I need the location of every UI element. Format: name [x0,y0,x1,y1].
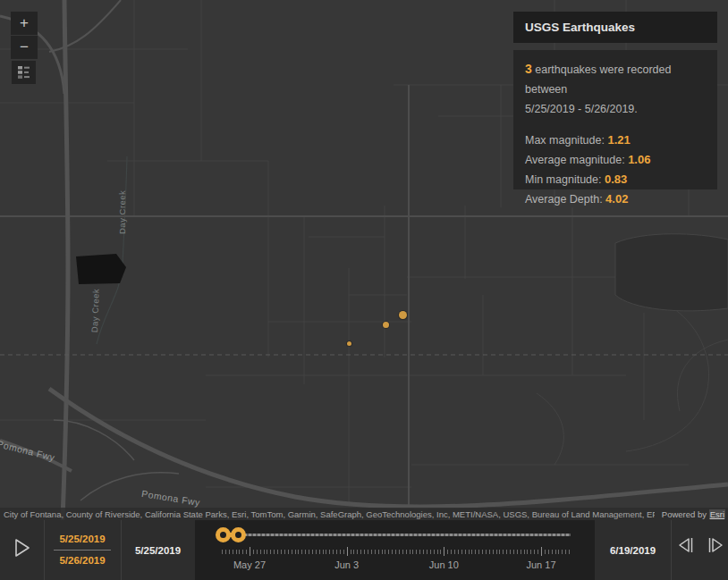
slider-tick [489,550,490,554]
slider-tick [323,550,324,554]
slider-tick [419,550,420,554]
slider-tick [301,550,302,554]
slider-tick [388,550,389,554]
slider-tick [253,550,254,554]
previous-step-button[interactable] [675,534,698,558]
slider-tick [353,550,354,554]
map-label-day-creek: Day Creek [89,289,101,333]
slider-tick [340,550,341,554]
map-label-day-creek: Day Creek [117,190,127,234]
slider-tick [284,550,285,554]
next-step-button[interactable] [703,534,726,558]
slider-tick [475,550,476,554]
slider-track[interactable] [222,534,571,536]
earthquake-dot[interactable] [383,322,389,328]
summary-line-2: 5/25/2019 - 5/26/2019. [525,99,706,119]
slider-tick [257,550,258,554]
max-date-label: 6/19/2019 [595,520,671,580]
slider-tick [545,550,546,554]
slider-tick [427,550,427,554]
slider-tick [385,550,385,554]
slider-tick [506,550,507,554]
slider-tick [524,550,525,554]
slider-tick [309,550,309,554]
stat-row: Max magnitude: 1.21 [525,130,706,150]
range-end-date[interactable]: 5/26/2019 [59,554,105,567]
selected-range: 5/25/2019 5/26/2019 [44,520,121,580]
earthquake-dot[interactable] [347,341,351,346]
slider-tick [548,550,549,554]
slider-tick [552,550,553,554]
tick-label: Jun 17 [526,559,555,570]
slider-tick [493,550,494,554]
slider-tick [496,550,497,554]
slider-tick [236,550,237,554]
slider-tick [239,550,240,554]
panel-header: USGS Earthquakes [513,12,717,43]
slider-panel: May 27Jun 3Jun 10Jun 17 [195,520,595,580]
slider-tick [333,550,334,554]
earthquake-dot[interactable] [399,311,407,319]
slider-tick [527,550,528,554]
slider-tick [510,550,511,554]
slider-tick [326,550,326,554]
slider-tick [562,550,563,554]
zoom-out-button[interactable]: − [11,36,38,59]
slider-tick [351,550,351,554]
slider-tick [347,547,348,556]
slider-tick [478,550,479,554]
slider-tick [399,550,400,554]
play-icon [13,537,32,559]
legend-button[interactable] [12,61,36,84]
slider-tick [451,550,452,554]
play-button[interactable] [9,536,36,561]
slider-tick [378,550,379,554]
slider-tick [454,550,455,554]
esri-link[interactable]: Esri [709,509,725,519]
attribution-text: City of Fontana, County of Riverside, Ca… [0,509,655,519]
slider-tick [569,550,570,554]
slider-tick [233,550,233,554]
stat-row: Average magnitude: 1.06 [525,150,706,170]
slider-tick [246,550,247,554]
range-start-date[interactable]: 5/25/2019 [59,533,105,546]
slider-tick [312,550,313,554]
slider-tick [357,550,358,554]
slider-tick [534,550,535,554]
slider-tick [538,550,538,554]
legend-icon [17,65,30,80]
step-back-icon [676,535,698,555]
slider-tick [486,550,487,554]
slider-tick [521,550,521,554]
slider-tick [465,550,466,554]
step-forward-icon [704,535,725,555]
slider-tick [541,547,542,556]
slider-tick [343,550,344,554]
stat-value: 1.21 [607,133,630,147]
panel-body: 3 earthquakes were recorded between 5/25… [513,50,717,189]
slider-tick [277,550,278,554]
zoom-widget: + − [11,12,38,59]
slider-tick [499,550,500,554]
slider-tick [458,550,459,554]
slider-tick [406,550,407,554]
slider-tick [412,550,413,554]
slider-tick [555,550,556,554]
slider-thumb-start[interactable] [216,527,231,542]
slider-thumb-end[interactable] [231,527,246,542]
slider-tick [292,550,292,554]
slider-tick [382,550,383,554]
slider-tick [274,550,275,554]
slider-tick [298,550,299,554]
slider-tick [430,550,431,554]
slider-tick [517,550,518,554]
zoom-in-button[interactable]: + [11,12,38,35]
tick-label: May 27 [233,559,266,570]
slider-tick [395,550,396,554]
tick-label: Jun 3 [334,559,359,570]
slider-tick [461,550,462,554]
tick-label: Jun 10 [429,559,459,570]
slider-tick [225,550,226,554]
slider-tick [360,550,361,554]
slider-tick [402,550,403,554]
